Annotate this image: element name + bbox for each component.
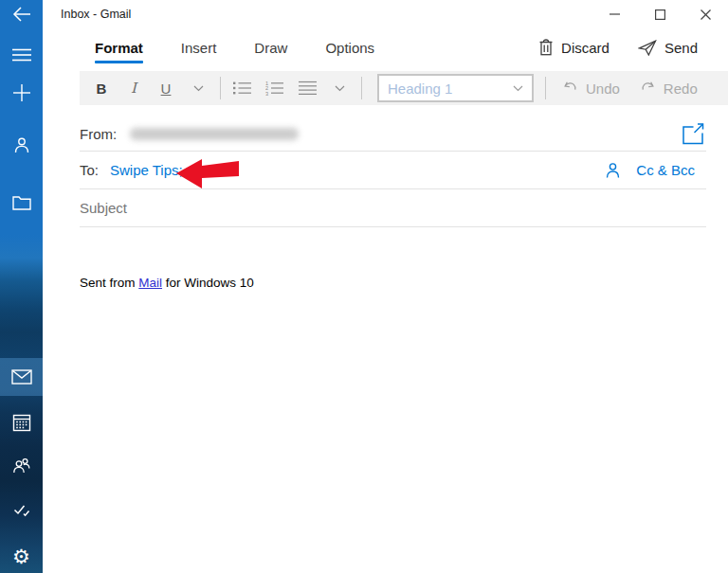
undo-button[interactable]: Undo (552, 74, 629, 102)
new-mail-button[interactable] (0, 76, 43, 110)
folders-button[interactable] (0, 186, 43, 220)
tab-format-label: Format (95, 40, 143, 56)
underline-button[interactable]: U (150, 74, 182, 102)
folder-icon (12, 195, 31, 210)
person-icon (12, 135, 31, 154)
redo-icon (639, 80, 657, 97)
from-address-redacted (130, 128, 299, 140)
discard-label: Discard (561, 40, 610, 56)
signature-prefix: Sent from (80, 276, 138, 290)
mail-link[interactable]: Mail (138, 276, 162, 290)
maximize-icon (655, 9, 665, 20)
font-options-dropdown-button[interactable] (182, 74, 214, 102)
signature-line: Sent from Mail for Windows 10 (80, 276, 706, 290)
italic-button[interactable]: I (118, 74, 150, 102)
style-dropdown[interactable]: Heading 1 (377, 74, 534, 102)
mail-nav-button[interactable] (0, 360, 43, 394)
annotation-arrow-icon (175, 156, 240, 192)
close-button[interactable] (682, 0, 728, 28)
tab-options[interactable]: Options (325, 28, 374, 66)
send-button[interactable]: Send (638, 40, 698, 56)
from-label: From: (80, 126, 117, 142)
people-icon (12, 457, 31, 474)
undo-label: Undo (586, 81, 620, 97)
tab-draw-label: Draw (254, 40, 287, 56)
paragraph-options-dropdown-button[interactable] (323, 74, 355, 102)
redo-button[interactable]: Redo (629, 74, 707, 102)
tab-insert-label: Insert (181, 40, 217, 56)
subject-field (80, 189, 706, 227)
trash-icon (538, 39, 554, 56)
toolbar-separator (545, 77, 546, 99)
minimize-icon (610, 13, 620, 15)
to-label: To: (80, 162, 99, 178)
discard-button[interactable]: Discard (538, 39, 610, 56)
plus-icon (13, 84, 30, 101)
tab-draw[interactable]: Draw (254, 28, 287, 66)
to-field[interactable]: To: Swipe Tips; Cc & Bcc (80, 152, 706, 189)
back-button[interactable] (0, 0, 43, 28)
undo-icon (561, 80, 579, 97)
tab-format[interactable]: Format (95, 28, 143, 66)
subject-input[interactable] (80, 200, 706, 216)
popout-icon (682, 123, 704, 145)
numbered-list-button[interactable]: 123 (259, 74, 291, 102)
send-label: Send (664, 40, 698, 56)
calendar-nav-button[interactable] (0, 405, 43, 439)
to-recipient-token[interactable]: Swipe Tips; (110, 162, 183, 178)
settings-button[interactable]: ⚙ (0, 539, 43, 573)
cc-bcc-toggle[interactable]: Cc & Bcc (636, 162, 695, 178)
compose-pane: Format Insert Draw Options (43, 28, 728, 573)
minimize-button[interactable] (592, 0, 637, 28)
style-dropdown-value: Heading 1 (388, 81, 513, 97)
back-arrow-icon (12, 7, 31, 22)
mail-app-window: ⚙ Inbox - Gmail Format (0, 0, 728, 573)
sidebar: ⚙ (0, 0, 43, 573)
chevron-down-icon (335, 85, 345, 92)
calendar-icon (12, 413, 31, 432)
signature-suffix: for Windows 10 (162, 276, 254, 290)
tab-options-label: Options (325, 40, 374, 56)
bullet-list-icon (233, 81, 252, 96)
accounts-button[interactable] (0, 128, 43, 162)
redo-label: Redo (664, 81, 698, 97)
titlebar: Inbox - Gmail (43, 0, 728, 28)
todo-nav-button[interactable] (0, 492, 43, 527)
format-toolbar: B I U 123 (80, 71, 728, 105)
popout-window-button[interactable] (680, 123, 706, 145)
gear-icon: ⚙ (12, 546, 30, 566)
window-title: Inbox - Gmail (61, 0, 131, 28)
toolbar-separator (361, 77, 362, 99)
align-lines-icon (299, 81, 317, 96)
ribbon-tabs: Format Insert Draw Options (43, 28, 412, 66)
numbered-list-icon: 123 (265, 81, 284, 96)
ribbon-tabs-row: Format Insert Draw Options (43, 28, 728, 66)
chevron-down-icon (513, 85, 523, 92)
header-actions: Discard Send (538, 39, 728, 56)
mail-envelope-icon (11, 369, 32, 385)
maximize-button[interactable] (637, 0, 682, 28)
close-icon (701, 9, 711, 20)
hamburger-icon (12, 48, 31, 62)
double-check-icon (12, 502, 31, 517)
message-body[interactable]: Sent from Mail for Windows 10 (80, 276, 706, 465)
compose-fields: From: To: Swipe Tips; Cc & Bcc (80, 105, 706, 227)
send-icon (638, 40, 657, 56)
svg-text:3: 3 (265, 91, 268, 96)
contact-person-icon (604, 161, 622, 179)
toolbar-separator (220, 77, 221, 99)
choose-contacts-button[interactable] (604, 161, 622, 179)
tab-insert[interactable]: Insert (181, 28, 217, 66)
bold-button[interactable]: B (85, 74, 118, 102)
align-button[interactable] (291, 74, 323, 102)
chevron-down-icon (193, 85, 204, 92)
menu-button[interactable] (0, 38, 43, 72)
from-field[interactable]: From: (80, 105, 706, 152)
people-nav-button[interactable] (0, 448, 43, 482)
active-tab-underline (95, 61, 143, 63)
bullet-list-button[interactable] (227, 74, 259, 102)
window-controls (592, 0, 728, 28)
